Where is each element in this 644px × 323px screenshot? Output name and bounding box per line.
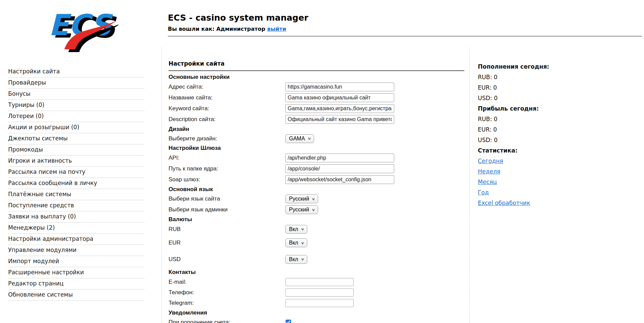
sidebar-item-admin-settings[interactable]: Настройки администратора [8, 234, 145, 245]
sidebar-item-advanced-settings[interactable]: Расширенные настройки [8, 267, 145, 278]
keyword-input[interactable] [285, 104, 394, 113]
page-title: Настройки сайта [169, 60, 463, 67]
section-general: Основные настройки [169, 72, 463, 82]
sidebar-item-email-mailing[interactable]: Рассылка писем на почту [8, 167, 145, 178]
field-keyword: Keyword сайта: [169, 103, 463, 114]
sidebar-item-providers[interactable]: Провайдеры [8, 77, 145, 89]
field-telegram: Telegram: [169, 298, 463, 308]
admin-language-select[interactable]: Русский ∨ [285, 205, 318, 214]
sidebar-item-promocodes[interactable]: Промокоды [8, 144, 145, 156]
field-site-lang: Выбери язык сайта Русский ∨ [169, 193, 463, 204]
panel-divider [169, 70, 464, 71]
email-input[interactable] [285, 278, 354, 286]
field-deposit-notify: При пополнение счета: [169, 317, 463, 323]
statistics-title: Статистика: [478, 145, 623, 156]
site-name-input[interactable] [285, 93, 394, 102]
sidebar-item-site-settings[interactable]: Настройки сайта [8, 66, 145, 77]
field-admin-lang: Выбери язык админки Русский ∨ [169, 204, 463, 215]
profit-usd: USD: 0 [478, 135, 623, 145]
sidebar-item-page-editor[interactable]: Редактор страниц [8, 278, 145, 290]
description-input[interactable] [285, 115, 394, 124]
login-status: Вы вошли как: Администратор выйти [168, 26, 308, 32]
field-api: API: [169, 153, 463, 163]
field-soap: Soap шлюз: [169, 174, 463, 185]
sidebar-item-promotions[interactable]: Акции и розыгрыши (0) [8, 122, 145, 133]
sidebar-item-payment-systems[interactable]: Платёжные системы [8, 189, 145, 200]
field-email: E-mail: [169, 277, 463, 287]
sidebar-item-jackpots[interactable]: Джекпоты системы [8, 133, 145, 144]
site-address-input[interactable] [285, 83, 394, 91]
sidebar-item-lotteries[interactable]: Лотереи (0) [8, 111, 145, 122]
sidebar-item-players[interactable]: Игроки и активность [8, 156, 145, 167]
chevron-down-icon: ∨ [312, 197, 315, 201]
section-design: Дизайн [169, 125, 463, 133]
stats-link-week[interactable]: Неделя [478, 168, 501, 175]
profit-rub: RUB: 0 [478, 114, 623, 124]
field-phone: Телефон: [169, 287, 463, 298]
logout-link[interactable]: выйти [267, 26, 286, 32]
section-currencies: Валюты [169, 215, 463, 224]
sidebar-item-module-management[interactable]: Управление модулями [8, 245, 145, 256]
design-select[interactable]: GAMA ∨ [285, 134, 314, 143]
field-design: Выберите дизайн: GAMA ∨ [169, 133, 463, 144]
chevron-down-icon: ∨ [301, 257, 305, 261]
deposits-today-title: Пополнения сегодня: [478, 62, 623, 72]
field-site-address: Адрес сайта: [169, 82, 463, 92]
sidebar-item-module-import[interactable]: Импорт модулей [8, 256, 145, 267]
section-gateway: Настройки Шлюза [169, 144, 463, 153]
section-notifications: Уведомления [169, 308, 463, 317]
soap-gateway-input[interactable] [285, 175, 394, 184]
section-contacts: Контакты [169, 268, 463, 277]
sidebar-item-incoming-funds[interactable]: Поступление средств [8, 200, 145, 211]
core-path-input[interactable] [285, 164, 394, 173]
chevron-down-icon: ∨ [308, 136, 311, 141]
rub-toggle-select[interactable]: Вкл ∨ [285, 225, 307, 234]
sidebar-item-payout-requests[interactable]: Заявки на выплату (0) [8, 211, 145, 223]
deposits-usd: USD: 0 [478, 93, 623, 103]
stats-panel: Пополнения сегодня: RUB: 0 EUR: 0 USD: 0… [478, 62, 623, 208]
app-title: ECS - casino system manager [168, 13, 308, 23]
deposits-rub: RUB: 0 [478, 72, 623, 83]
profit-today-title: Прибыль сегодня: [478, 103, 623, 114]
section-language: Основной язык [169, 185, 463, 193]
ecs-logo: ECS ECS [47, 4, 118, 52]
eur-toggle-select[interactable]: Вкл ∨ [285, 238, 307, 247]
stats-link-month[interactable]: Месяц [478, 179, 497, 185]
site-language-select[interactable]: Русский ∨ [285, 194, 318, 203]
deposit-notify-checkbox[interactable] [286, 320, 291, 323]
chevron-down-icon: ∨ [301, 227, 305, 231]
api-input[interactable] [285, 154, 394, 162]
stats-link-today[interactable]: Сегодня [478, 158, 503, 164]
stats-link-excel[interactable]: Excel обработчик [478, 200, 530, 206]
site-settings-panel: Настройки сайта Основные настройки Адрес… [161, 47, 470, 323]
field-description: Description сайта: [169, 114, 463, 125]
field-rub: RUB Вкл ∨ [169, 224, 463, 235]
usd-toggle-select[interactable]: Вкл ∨ [285, 255, 307, 264]
sidebar-item-pm-mailing[interactable]: Рассылка сообщений в личку [8, 178, 145, 189]
field-core-path: Путь к папке ядра: [169, 163, 463, 174]
sidebar-item-system-update[interactable]: Обновление системы [8, 290, 145, 301]
field-site-name: Название сайта: [169, 92, 463, 103]
sidebar-item-tournaments[interactable]: Турниры (0) [8, 100, 145, 111]
telegram-input[interactable] [285, 299, 354, 307]
field-usd: USD Вкл ∨ [169, 251, 463, 268]
field-eur: EUR Вкл ∨ [169, 235, 463, 251]
deposits-eur: EUR: 0 [478, 83, 623, 93]
sidebar-item-bonuses[interactable]: Бонусы [8, 89, 145, 100]
phone-input[interactable] [285, 289, 354, 297]
chevron-down-icon: ∨ [301, 241, 305, 245]
sidebar-nav: Настройки сайта Провайдеры Бонусы Турнир… [8, 66, 145, 301]
stats-link-year[interactable]: Год [478, 189, 489, 196]
header-divider [168, 36, 642, 37]
sidebar-item-managers[interactable]: Менеджеры (2) [8, 223, 145, 234]
chevron-down-icon: ∨ [312, 208, 315, 212]
profit-eur: EUR: 0 [478, 124, 623, 135]
login-status-text: Вы вошли как: Администратор [168, 26, 265, 32]
